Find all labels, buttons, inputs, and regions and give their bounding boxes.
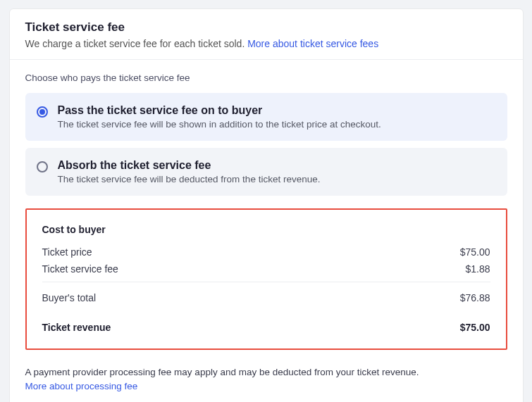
row-label: Buyer's total bbox=[42, 292, 97, 303]
card-header: Ticket service fee We charge a ticket se… bbox=[10, 9, 523, 59]
cost-to-buyer-box: Cost to buyer Ticket price $75.00 Ticket… bbox=[25, 208, 507, 350]
option-absorb-fee[interactable]: Absorb the ticket service fee The ticket… bbox=[25, 148, 507, 196]
cost-heading: Cost to buyer bbox=[42, 224, 490, 235]
cost-row-revenue: Ticket revenue $75.00 bbox=[42, 319, 490, 336]
option-title: Absorb the ticket service fee bbox=[58, 159, 321, 172]
card-subtitle: We charge a ticket service fee for each … bbox=[25, 38, 507, 49]
row-value: $1.88 bbox=[465, 263, 490, 275]
row-value: $75.00 bbox=[460, 322, 490, 333]
row-label: Ticket service fee bbox=[42, 263, 118, 275]
card-body: Choose who pays the ticket service fee P… bbox=[10, 60, 523, 363]
option-text: Pass the ticket service fee on to buyer … bbox=[58, 104, 381, 130]
option-text: Absorb the ticket service fee The ticket… bbox=[58, 159, 321, 184]
option-pass-on-to-buyer[interactable]: Pass the ticket service fee on to buyer … bbox=[25, 93, 507, 141]
processing-fee-note: A payment provider processing fee may ap… bbox=[10, 363, 523, 402]
option-desc: The ticket service fee will be shown in … bbox=[58, 119, 381, 130]
radio-selected-icon bbox=[37, 106, 48, 118]
row-label: Ticket revenue bbox=[42, 322, 111, 333]
footer-text: A payment provider processing fee may ap… bbox=[25, 367, 419, 377]
cost-row-total: Buyer's total $76.88 bbox=[42, 282, 490, 306]
ticket-service-fee-card: Ticket service fee We charge a ticket se… bbox=[9, 8, 524, 402]
row-value: $75.00 bbox=[460, 246, 490, 258]
cost-row-ticket-price: Ticket price $75.00 bbox=[42, 244, 490, 260]
row-value: $76.88 bbox=[460, 292, 490, 303]
cost-row-service-fee: Ticket service fee $1.88 bbox=[42, 260, 490, 277]
more-about-processing-fee-link[interactable]: More about processing fee bbox=[25, 381, 138, 391]
card-title: Ticket service fee bbox=[25, 20, 507, 34]
option-desc: The ticket service fee will be deducted … bbox=[58, 174, 321, 184]
choose-who-pays-label: Choose who pays the ticket service fee bbox=[25, 73, 507, 83]
radio-unselected-icon bbox=[37, 161, 48, 172]
row-label: Ticket price bbox=[42, 246, 92, 258]
subtitle-text: We charge a ticket service fee for each … bbox=[25, 38, 248, 49]
more-about-service-fees-link[interactable]: More about ticket service fees bbox=[247, 38, 378, 49]
option-title: Pass the ticket service fee on to buyer bbox=[58, 104, 381, 117]
